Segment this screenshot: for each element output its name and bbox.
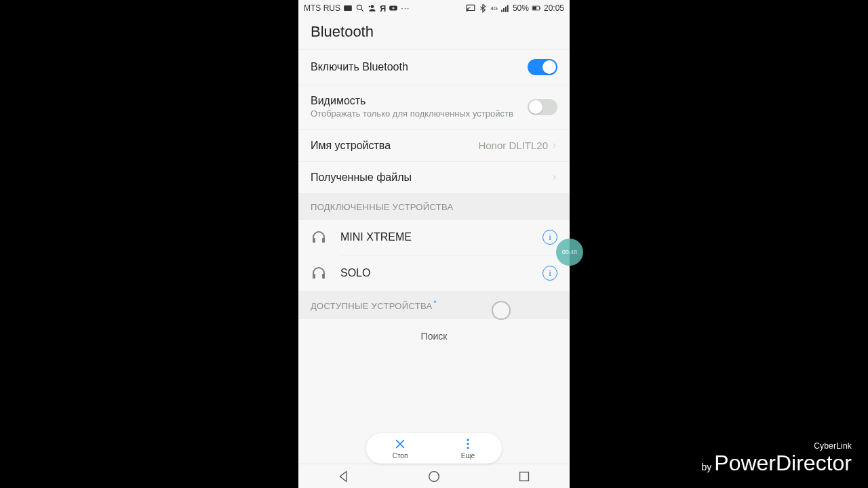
chevron-right-icon <box>551 174 557 181</box>
svg-line-2 <box>361 9 363 12</box>
more-notifications-icon: ··· <box>401 3 410 13</box>
stop-label: Стоп <box>393 452 408 460</box>
nav-recent-button[interactable] <box>517 469 532 484</box>
svg-rect-0 <box>344 5 352 11</box>
svg-point-25 <box>429 471 439 481</box>
visibility-toggle[interactable] <box>528 99 557 115</box>
received-files-label: Полученные файлы <box>311 171 551 184</box>
scanning-label: Поиск <box>298 319 570 354</box>
network-4g-icon: 4G <box>490 5 498 12</box>
message-icon <box>343 3 353 13</box>
visibility-label: Видимость <box>311 95 528 107</box>
watermark-by: by <box>701 462 711 472</box>
content: Включить Bluetooth Видимость Отображать … <box>298 49 570 464</box>
clock: 20:05 <box>544 3 564 13</box>
row-visibility[interactable]: Видимость Отображать только для подключе… <box>298 85 570 130</box>
carrier-label: MTS RUS <box>304 3 340 13</box>
svg-point-1 <box>357 5 361 9</box>
nav-back-button[interactable] <box>336 469 351 484</box>
signal-icon <box>500 3 510 13</box>
svg-rect-17 <box>322 238 325 243</box>
section-paired-devices: ПОДКЛЮЧЕННЫЕ УСТРОЙСТВА <box>298 194 570 220</box>
phone-screen: MTS RUS Я ··· 4G 50% 20:05 Bluetooth Вкл… <box>298 0 570 488</box>
battery-pct: 50% <box>513 3 529 13</box>
record-timer: 00:48 <box>562 249 578 256</box>
video-watermark: CyberLink byPowerDirector <box>701 441 852 476</box>
svg-rect-16 <box>313 238 315 243</box>
search-icon <box>355 3 365 13</box>
nav-home-button[interactable] <box>427 469 441 484</box>
youtube-icon <box>389 3 398 13</box>
svg-point-24 <box>467 447 469 449</box>
watermark-product: PowerDirector <box>714 451 852 475</box>
svg-rect-18 <box>313 274 315 279</box>
visibility-sub: Отображать только для подключенных устро… <box>311 108 528 120</box>
svg-rect-12 <box>507 5 509 12</box>
paired-device-row[interactable]: SOLO i <box>298 256 570 291</box>
row-enable-bluetooth[interactable]: Включить Bluetooth <box>298 49 570 85</box>
add-contact-icon <box>368 3 377 13</box>
bluetooth-icon <box>478 3 488 13</box>
battery-icon <box>532 3 541 13</box>
headphones-icon <box>311 229 327 245</box>
svg-point-22 <box>467 439 469 441</box>
paired-device-name: SOLO <box>340 267 542 279</box>
paired-device-name: MINI XTREME <box>340 231 542 243</box>
page-header: Bluetooth <box>298 16 570 49</box>
status-bar: MTS RUS Я ··· 4G 50% 20:05 <box>298 0 570 16</box>
cast-icon <box>466 3 475 13</box>
screen-recorder-bubble[interactable]: 00:48 <box>556 239 583 266</box>
yandex-icon: Я <box>380 3 386 14</box>
svg-rect-14 <box>540 7 540 9</box>
svg-rect-19 <box>322 274 325 279</box>
chevron-right-icon <box>551 142 557 149</box>
stop-scan-button[interactable]: Стоп <box>366 437 434 460</box>
svg-rect-9 <box>501 9 502 12</box>
bottom-action-bar: Стоп Еще <box>366 433 502 464</box>
watermark-brand: CyberLink <box>701 441 852 451</box>
section-available-devices: ДОСТУПНЫЕ УСТРОЙСТВА* <box>298 291 570 319</box>
device-info-button[interactable]: i <box>542 230 557 245</box>
more-options-button[interactable]: Еще <box>434 437 502 460</box>
navigation-bar <box>298 464 570 488</box>
page-title: Bluetooth <box>311 23 557 41</box>
svg-rect-10 <box>503 8 505 12</box>
more-label: Еще <box>461 452 475 460</box>
scanning-spinner-icon: * <box>433 300 436 307</box>
svg-rect-15 <box>533 7 536 10</box>
device-name-label: Имя устройства <box>311 140 478 152</box>
svg-rect-26 <box>520 472 529 481</box>
svg-rect-11 <box>505 7 507 12</box>
more-vertical-icon <box>461 437 475 451</box>
row-received-files[interactable]: Полученные файлы <box>298 162 570 194</box>
headphones-icon <box>311 265 327 281</box>
svg-point-23 <box>467 443 469 445</box>
paired-device-row[interactable]: MINI XTREME i <box>298 220 570 255</box>
enable-bluetooth-toggle[interactable] <box>528 59 557 75</box>
device-name-value: Honor DLITL20 <box>478 140 548 151</box>
touch-indicator <box>492 301 511 320</box>
row-device-name[interactable]: Имя устройства Honor DLITL20 <box>298 130 570 162</box>
device-info-button[interactable]: i <box>542 266 557 281</box>
enable-bluetooth-label: Включить Bluetooth <box>311 61 528 73</box>
svg-point-3 <box>371 5 374 8</box>
close-icon <box>393 437 407 451</box>
